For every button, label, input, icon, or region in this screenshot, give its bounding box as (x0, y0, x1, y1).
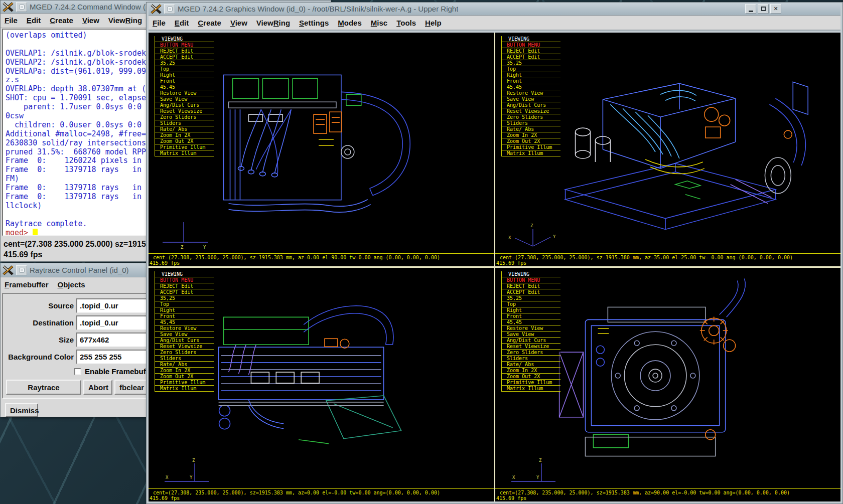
viewing-item-ang-dist-curs[interactable]: Ang/Dist Curs (502, 338, 560, 344)
viewing-item-button-menu[interactable]: BUTTON MENU (155, 42, 214, 48)
menu-edit[interactable]: Edit (175, 19, 189, 27)
viewing-item-45-45[interactable]: 45,45 (502, 319, 560, 325)
viewing-item-reset-viewsize[interactable]: Reset Viewsize (155, 344, 214, 350)
viewing-item-ang-dist-curs[interactable]: Ang/Dist Curs (502, 102, 560, 108)
viewing-item-right[interactable]: Right (502, 307, 560, 313)
viewing-item-primitive-illum[interactable]: Primitive Illum (155, 144, 214, 150)
menu-modes[interactable]: Modes (338, 19, 362, 27)
viewing-item-zero-sliders[interactable]: Zero Sliders (502, 350, 560, 356)
viewing-item-accept-edit[interactable]: ACCEPT Edit (155, 289, 214, 295)
viewing-item-rate-abs[interactable]: Rate/ Abs (502, 362, 560, 368)
viewing-item-matrix-illum[interactable]: Matrix Illum (155, 150, 214, 156)
viewing-item-restore-view[interactable]: Restore View (502, 90, 560, 96)
menu-framebuffer[interactable]: Framebuffer (5, 280, 49, 289)
menu-edit[interactable]: Edit (27, 16, 41, 25)
viewing-item-button-menu[interactable]: BUTTON MENU (502, 277, 560, 283)
viewing-item-45-45[interactable]: 45,45 (155, 84, 214, 90)
viewing-item-front[interactable]: Front (155, 313, 214, 319)
viewing-item-matrix-illum[interactable]: Matrix Illum (502, 386, 560, 392)
raytrace-button[interactable]: Raytrace (6, 380, 81, 395)
viewing-item-accept-edit[interactable]: ACCEPT Edit (502, 289, 560, 295)
viewing-item-zoom-in-2x[interactable]: Zoom In 2X (502, 368, 560, 374)
viewing-item-45-45[interactable]: 45,45 (155, 319, 214, 325)
viewing-item-accept-edit[interactable]: ACCEPT Edit (502, 54, 560, 60)
graphics-titlebar[interactable]: MGED 7.24.2 Graphics Window (id_0) - /ro… (149, 3, 840, 16)
viewing-item-zoom-in-2x[interactable]: Zoom In 2X (502, 132, 560, 138)
viewing-item-front[interactable]: Front (502, 313, 560, 319)
viewing-item-primitive-illum[interactable]: Primitive Illum (502, 380, 560, 386)
menu-objects[interactable]: Objects (58, 280, 85, 289)
viewing-item-zoom-in-2x[interactable]: Zoom In 2X (155, 368, 214, 374)
fbclear-button[interactable]: fbclear (114, 380, 148, 395)
minimize-icon[interactable] (745, 4, 756, 14)
menu-viewring[interactable]: ViewRing (108, 16, 142, 25)
viewing-item-35-25[interactable]: 35,25 (502, 60, 560, 66)
viewing-item-reject-edit[interactable]: REJECT Edit (155, 283, 214, 289)
viewing-item-primitive-illum[interactable]: Primitive Illum (155, 380, 214, 386)
viewing-item-zoom-out-2x[interactable]: Zoom Out 2X (155, 374, 214, 380)
menu-create[interactable]: Create (50, 16, 73, 25)
viewing-item-zero-sliders[interactable]: Zero Sliders (155, 350, 214, 356)
viewing-item-rate-abs[interactable]: Rate/ Abs (155, 126, 214, 132)
viewport-upper-right[interactable]: VIEWINGBUTTON MENUREJECT EditACCEPT Edit… (495, 33, 840, 266)
viewing-item-top[interactable]: Top (502, 66, 560, 72)
viewing-item-zoom-out-2x[interactable]: Zoom Out 2X (502, 374, 560, 380)
enable-framebuffer-checkbox[interactable] (74, 368, 81, 375)
menu-create[interactable]: Create (198, 19, 221, 27)
menu-view[interactable]: View (82, 16, 99, 25)
viewing-item-35-25[interactable]: 35,25 (155, 295, 214, 301)
menu-help[interactable]: Help (425, 19, 442, 27)
viewing-item-rate-abs[interactable]: Rate/ Abs (502, 126, 560, 132)
menu-tools[interactable]: Tools (396, 19, 416, 27)
viewing-item-accept-edit[interactable]: ACCEPT Edit (155, 54, 214, 60)
viewing-item-sliders[interactable]: Sliders (502, 120, 560, 126)
close-icon[interactable]: ✕ (770, 4, 781, 14)
viewing-item-reset-viewsize[interactable]: Reset Viewsize (502, 344, 560, 350)
viewing-item-front[interactable]: Front (502, 78, 560, 84)
viewing-item-35-25[interactable]: 35,25 (155, 60, 214, 66)
viewing-item-ang-dist-curs[interactable]: Ang/Dist Curs (155, 102, 214, 108)
viewing-item-35-25[interactable]: 35,25 (502, 295, 560, 301)
menu-file[interactable]: File (5, 16, 18, 25)
viewing-item-save-view[interactable]: Save View (502, 96, 560, 102)
maximize-icon[interactable] (758, 4, 769, 14)
viewing-item-zero-sliders[interactable]: Zero Sliders (155, 114, 214, 120)
viewport-lower-left[interactable]: VIEWINGBUTTON MENUREJECT EditACCEPT Edit… (149, 268, 494, 501)
viewing-item-reject-edit[interactable]: REJECT Edit (155, 48, 214, 54)
abort-button[interactable]: Abort (83, 380, 112, 395)
viewing-item-sliders[interactable]: Sliders (155, 356, 214, 362)
viewing-item-right[interactable]: Right (502, 72, 560, 78)
viewing-item-save-view[interactable]: Save View (155, 331, 214, 338)
viewing-item-top[interactable]: Top (502, 301, 560, 307)
viewport-lower-right[interactable]: VIEWINGBUTTON MENUREJECT EditACCEPT Edit… (495, 268, 840, 501)
window-menu-icon[interactable] (164, 4, 175, 14)
viewing-item-zoom-out-2x[interactable]: Zoom Out 2X (502, 138, 560, 144)
viewing-item-zoom-in-2x[interactable]: Zoom In 2X (155, 132, 214, 138)
viewing-item-sliders[interactable]: Sliders (502, 356, 560, 362)
dismiss-button[interactable]: Dismiss (5, 403, 38, 417)
viewing-item-restore-view[interactable]: Restore View (155, 325, 214, 331)
viewing-item-zero-sliders[interactable]: Zero Sliders (502, 114, 560, 120)
viewing-item-restore-view[interactable]: Restore View (502, 325, 560, 331)
viewing-item-reset-viewsize[interactable]: Reset Viewsize (502, 108, 560, 114)
window-menu-icon[interactable] (16, 265, 27, 275)
viewing-item-zoom-out-2x[interactable]: Zoom Out 2X (155, 138, 214, 144)
viewing-item-save-view[interactable]: Save View (502, 331, 560, 338)
viewing-item-sliders[interactable]: Sliders (155, 120, 214, 126)
menu-file[interactable]: File (153, 19, 166, 27)
viewing-item-matrix-illum[interactable]: Matrix Illum (502, 150, 560, 156)
viewing-item-top[interactable]: Top (155, 66, 214, 72)
viewing-item-rate-abs[interactable]: Rate/ Abs (155, 362, 214, 368)
viewing-item-reset-viewsize[interactable]: Reset Viewsize (155, 108, 214, 114)
viewing-item-reject-edit[interactable]: REJECT Edit (502, 48, 560, 54)
viewing-item-reject-edit[interactable]: REJECT Edit (502, 283, 560, 289)
window-menu-icon[interactable] (16, 2, 27, 12)
menu-view[interactable]: View (230, 19, 247, 27)
viewing-item-right[interactable]: Right (155, 307, 214, 313)
menu-viewring[interactable]: ViewRing (256, 19, 290, 27)
viewing-item-front[interactable]: Front (155, 78, 214, 84)
menu-settings[interactable]: Settings (299, 19, 329, 27)
viewing-item-primitive-illum[interactable]: Primitive Illum (502, 144, 560, 150)
viewing-item-45-45[interactable]: 45,45 (502, 84, 560, 90)
viewport-upper-left[interactable]: VIEWINGBUTTON MENUREJECT EditACCEPT Edit… (149, 33, 494, 266)
